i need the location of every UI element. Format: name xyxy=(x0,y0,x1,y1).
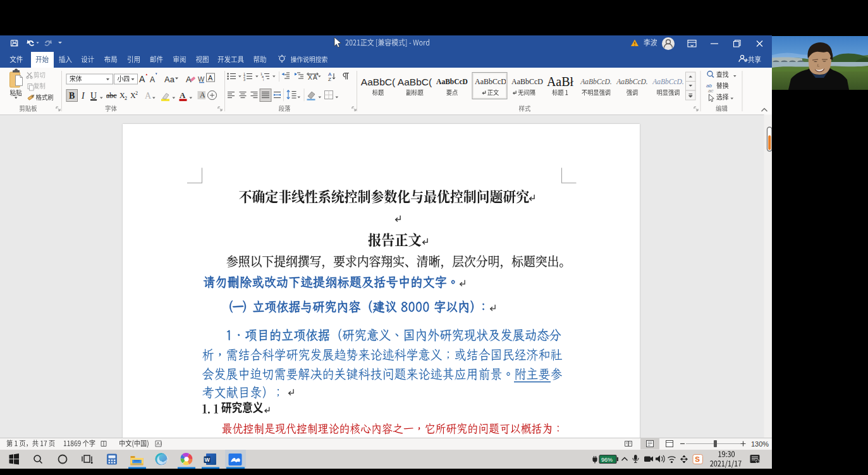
svg-text:abc: abc xyxy=(106,91,117,100)
svg-text:Z: Z xyxy=(328,77,331,82)
svg-text:130%: 130% xyxy=(751,440,769,448)
svg-text:A: A xyxy=(139,74,145,84)
svg-text:AaBbC(: AaBbC( xyxy=(398,77,432,87)
svg-text:B: B xyxy=(69,91,75,101)
svg-text:U: U xyxy=(90,91,97,101)
svg-text:2: 2 xyxy=(135,90,138,96)
svg-text:AaBł: AaBł xyxy=(547,75,574,89)
svg-text:ac: ac xyxy=(708,88,713,94)
svg-text:A: A xyxy=(180,90,186,100)
svg-text:W: W xyxy=(205,457,211,463)
svg-text:AaBbCcD.: AaBbCcD. xyxy=(652,78,684,85)
svg-text:S: S xyxy=(695,455,700,463)
svg-text:AaBbCcD.: AaBbCcD. xyxy=(616,78,648,85)
svg-text:AaBbCcD: AaBbCcD xyxy=(436,78,468,85)
svg-text:2: 2 xyxy=(125,96,127,101)
svg-text:A: A xyxy=(208,74,213,82)
svg-text:A: A xyxy=(150,75,155,84)
svg-text:i: i xyxy=(263,78,264,82)
svg-text:3: 3 xyxy=(243,78,245,82)
svg-text:AaBbC(: AaBbC( xyxy=(361,77,396,87)
svg-text:Aa: Aa xyxy=(164,75,175,84)
svg-text:AaBbCcD: AaBbCcD xyxy=(511,77,543,86)
svg-text:A: A xyxy=(200,90,205,99)
svg-text:W: W xyxy=(198,75,205,83)
svg-text:I: I xyxy=(81,91,85,101)
svg-text:A: A xyxy=(145,91,152,101)
svg-text:AaBbCcD.: AaBbCcD. xyxy=(580,78,612,85)
svg-text:96%: 96% xyxy=(601,457,613,463)
svg-text:AaBbCcD: AaBbCcD xyxy=(475,77,506,86)
